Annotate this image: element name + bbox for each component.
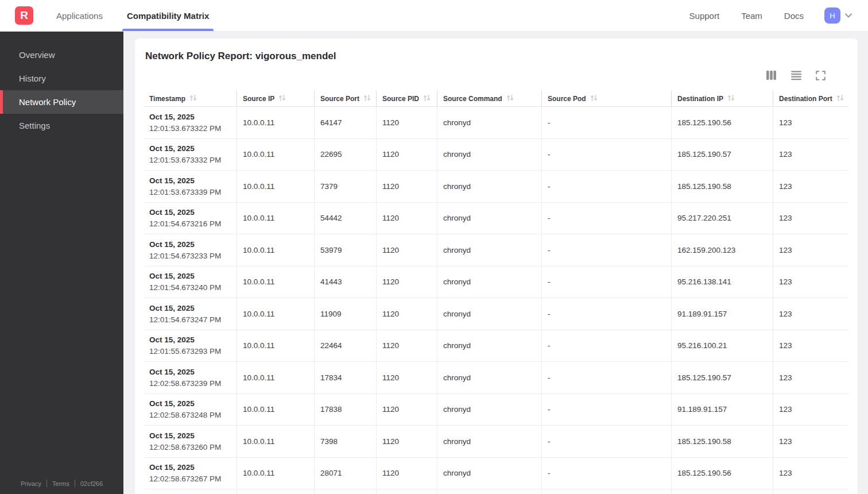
link-docs[interactable]: Docs [784,11,804,21]
app-logo-icon[interactable]: R [15,6,33,25]
cell-source-pod: - [541,298,671,330]
timestamp-time: 12:01:55.673293 PM [149,347,237,356]
sort-icon[interactable] [359,94,371,103]
sidebar-item-network-policy[interactable]: Network Policy [0,90,123,114]
column-header-source-pid[interactable]: Source PID [376,91,437,106]
column-header-label: Source Port [320,95,359,103]
cell-value: 10.0.0.11 [243,405,314,414]
sort-icon[interactable] [502,94,514,103]
cell-value: 17834 [320,373,376,382]
sidebar-item-overview[interactable]: Overview [0,43,123,67]
link-support[interactable]: Support [689,11,720,21]
cell-destination-ip: 185.125.190.56 [671,458,773,489]
footer-link-terms[interactable]: Terms [52,480,69,487]
report-card: Network Policy Report: vigorous_mendel [135,38,858,494]
footer-divider [75,480,75,487]
timestamp-time: 12:01:53.673339 PM [149,188,237,196]
table-row[interactable]: Oct 15, 202512:01:54.673247 PM10.0.0.111… [144,298,848,330]
cell-source-pod: - [541,171,671,202]
sidebar-item-history[interactable]: History [0,67,123,90]
column-header-label: Destination IP [677,95,723,103]
timestamp-date: Oct 15, 2025 [149,304,237,312]
cell-destination-port: 123 [773,426,848,457]
main-content: Network Policy Report: vigorous_mendel [123,32,868,494]
sort-icon[interactable] [185,94,197,103]
cell-source-pod: - [541,330,671,362]
sidebar-item-settings[interactable]: Settings [0,114,123,137]
timestamp-date: Oct 15, 2025 [149,335,237,344]
column-header-label: Source Pod [548,95,586,103]
table-row[interactable]: Oct 15, 202512:02:58.673248 PM10.0.0.111… [144,394,848,426]
column-header-destination-port[interactable]: Destination Port [773,91,848,106]
cell-value: 28071 [320,469,376,477]
column-header-label: Destination Port [779,95,832,103]
cell-value: 185.125.190.57 [677,373,773,382]
sort-icon[interactable] [832,94,844,103]
cell-value: chronyd [443,118,541,127]
cell-source-command: chronyd [437,362,541,393]
cell-source-ip: 10.0.0.11 [237,330,314,362]
sidebar-footer: Privacy Terms 02cf266 [0,480,123,494]
cell-source-ip: 10.0.0.11 [237,298,314,330]
link-team[interactable]: Team [741,11,762,21]
timestamp-time: 12:02:58.673248 PM [149,411,237,419]
table-row[interactable]: Oct 15, 202512:01:54.673233 PM10.0.0.115… [144,234,848,267]
column-header-destination-ip[interactable]: Destination IP [671,91,773,106]
column-header-source-pod[interactable]: Source Pod [541,91,671,106]
cell-value: 1120 [382,373,437,382]
cell-source-ip: 10.0.0.11 [237,234,314,266]
cell-source-command: chronyd [437,330,541,362]
table-row[interactable]: Oct 15, 202512:01:54.673216 PM10.0.0.115… [144,203,848,235]
cell-source-ip: 10.0.0.11 [237,394,314,426]
sort-icon[interactable] [419,94,431,103]
column-header-source-port[interactable]: Source Port [314,91,376,106]
row-list-icon[interactable] [790,70,802,80]
cell-source-pid: 1120 [376,330,437,362]
cell-value: - [548,341,671,350]
sort-icon[interactable] [586,94,598,103]
table-row[interactable]: Oct 15, 2025 [144,489,848,494]
timestamp-date: Oct 15, 2025 [149,240,237,249]
cell-value: 10.0.0.11 [243,341,314,350]
timestamp-date: Oct 15, 2025 [149,399,237,408]
sort-icon[interactable] [274,94,286,103]
timestamp-time: 12:01:54.673240 PM [149,283,237,292]
timestamp-time: 12:01:53.673332 PM [149,156,237,164]
sidebar: Overview History Network Policy Settings… [0,32,123,494]
footer-link-privacy[interactable]: Privacy [21,480,41,487]
column-header-source-command[interactable]: Source Command [437,91,541,106]
column-header-source-ip[interactable]: Source IP [237,91,314,106]
cell-source-pid: 1120 [376,203,437,234]
table-row[interactable]: Oct 15, 202512:01:54.673240 PM10.0.0.114… [144,267,848,299]
cell-value: 10.0.0.11 [243,310,314,318]
table-row[interactable]: Oct 15, 202512:02:58.673239 PM10.0.0.111… [144,362,848,394]
cell-value: chronyd [443,469,541,477]
table-row[interactable]: Oct 15, 202512:01:53.673332 PM10.0.0.112… [144,139,848,171]
column-header-timestamp[interactable]: Timestamp [144,91,237,106]
cell-source-pod: - [541,107,671,138]
sort-icon[interactable] [723,94,735,103]
user-avatar[interactable]: H [824,7,840,24]
table-row[interactable]: Oct 15, 202512:02:58.673267 PM10.0.0.112… [144,458,848,490]
cell-value: 162.159.200.123 [677,246,773,254]
cell-source-port: 64147 [314,107,376,138]
nav-tab-applications[interactable]: Applications [55,0,104,31]
columns-view-icon[interactable] [766,70,777,80]
cell-source-pid: 1120 [376,426,437,457]
table-row[interactable]: Oct 15, 202512:01:55.673293 PM10.0.0.112… [144,330,848,362]
cell-source-ip: 10.0.0.11 [237,267,314,298]
cell-value: 1120 [382,118,437,127]
column-header-label: Source IP [243,95,274,103]
nav-tab-compatibility-matrix[interactable]: Compatibility Matrix [126,0,210,31]
timestamp-date: Oct 15, 2025 [149,272,237,280]
cell-source-port: 53979 [314,234,376,266]
cell-value: 10.0.0.11 [243,118,314,127]
page-title: Network Policy Report: vigorous_mendel [144,51,848,62]
fullscreen-icon[interactable] [816,71,826,80]
table-row[interactable]: Oct 15, 202512:02:58.673260 PM10.0.0.117… [144,426,848,458]
chevron-down-icon[interactable] [844,11,853,20]
table-row[interactable]: Oct 15, 202512:01:53.673322 PM10.0.0.116… [144,107,848,139]
cell-source-pid: 1120 [376,171,437,202]
table-row[interactable]: Oct 15, 202512:01:53.673339 PM10.0.0.117… [144,171,848,203]
cell-value: 91.189.91.157 [677,405,773,414]
